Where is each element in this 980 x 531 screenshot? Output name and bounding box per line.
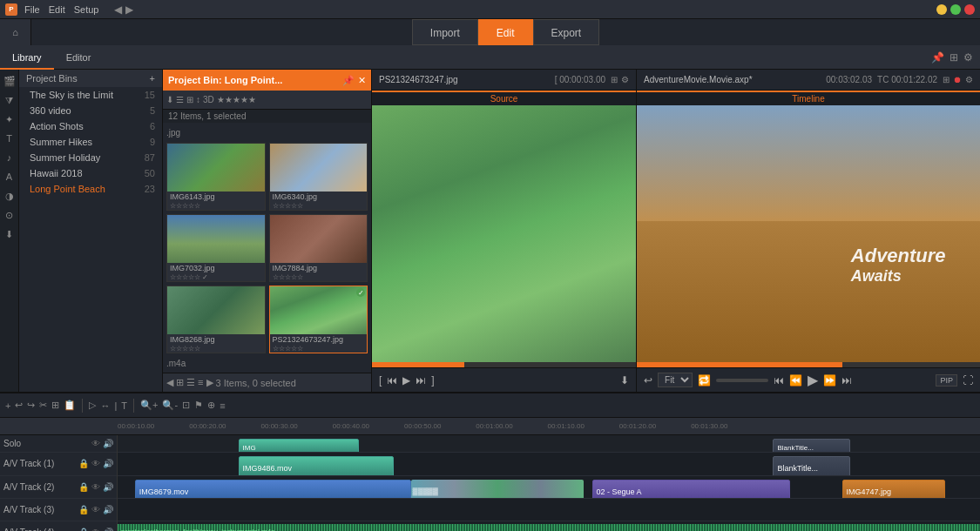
track-vol-icon[interactable]: 🔊 [103,528,113,531]
tl-snap-icon[interactable]: ⊕ [207,400,215,411]
view-grid-icon[interactable]: ⊞ [186,95,193,104]
titles-icon[interactable]: T [2,131,17,146]
bin-close-icon[interactable]: ✕ [358,75,366,86]
minimize-btn[interactable] [936,4,947,15]
tl-markers-icon[interactable]: ⚑ [194,400,203,411]
play-btn[interactable]: ▶ [808,372,818,388]
track-eye-icon[interactable]: 👁 [91,528,100,531]
bin-item[interactable]: Summer Holiday 87 [19,150,162,165]
import-media-icon[interactable]: ⬇ [166,95,173,104]
track-vol-icon[interactable]: 🔊 [103,459,113,468]
media-icon[interactable]: 🎬 [2,73,17,89]
import-tab[interactable]: Import [412,19,478,45]
tl-cut-icon[interactable]: ✂ [39,400,47,411]
library-tab[interactable]: Library [0,45,54,70]
color-icon[interactable]: ◑ [2,188,17,204]
source-in-btn[interactable]: [ [379,374,382,386]
timeline-record-icon[interactable]: ⏺ [953,75,962,84]
bin-thumb-item-selected[interactable]: ✓ PS21324673247.jpg ☆☆☆☆☆ [269,286,368,353]
tl-paste-icon[interactable]: 📋 [64,400,76,411]
audio-icon[interactable]: ♪ [2,150,17,165]
source-play-btn[interactable]: ▶ [402,374,410,386]
rating-icon[interactable]: ★★★★★ [217,95,256,104]
sort-icon[interactable]: ↕ [196,95,200,104]
bin-thumb-item[interactable]: IMG8268.jpg ☆☆☆☆☆ [166,286,266,353]
track-clip-img[interactable]: IMG4747.jpg [842,480,946,499]
back-btn[interactable]: ◀ [114,3,122,16]
tl-copy-icon[interactable]: ⊞ [51,400,59,411]
track-vol-icon[interactable]: 🔊 [103,505,113,514]
track-clip[interactable]: BlankTitle... [773,439,850,453]
grid-icon[interactable]: ⊞ [950,51,958,64]
export-tab[interactable]: Export [533,19,600,45]
track-vol-icon[interactable]: 🔊 [103,439,113,448]
bin-item[interactable]: Hawaii 2018 50 [19,165,162,181]
track-clip[interactable]: IMG9486.mov [239,456,394,475]
source-settings-icon[interactable]: ⚙ [621,75,629,84]
next-page-icon[interactable]: ▶ [206,377,213,388]
track-lock-icon[interactable]: 🔒 [78,505,89,514]
maximize-btn[interactable] [950,4,961,15]
bin-thumb-item[interactable]: IMG7884.jpg ☆☆☆☆☆ [269,214,368,282]
next-frame-btn[interactable]: ⏭ [841,374,852,386]
source-out-btn[interactable]: ] [431,374,434,386]
timeline-settings-icon[interactable]: ⚙ [965,75,973,84]
tl-fit-icon[interactable]: ⊡ [182,400,190,411]
track-vol-icon[interactable]: 🔊 [103,482,113,492]
text-icon[interactable]: A [2,169,17,185]
3d-icon[interactable]: 3D [203,95,214,104]
prev-frame-btn[interactable]: ⏮ [774,374,784,386]
bin-thumb-item[interactable]: IMG6143.jpg ☆☆☆☆☆ [166,143,266,211]
back-btn[interactable]: ⏪ [789,374,802,386]
edit-tab[interactable]: Edit [478,19,533,45]
view-icons[interactable]: ⊞ ☰ ≡ [176,377,204,388]
tl-more-icon[interactable]: ≡ [220,400,225,411]
track-clip[interactable]: IMG8679.mov [135,480,411,499]
tl-redo-icon[interactable]: ↪ [27,400,35,411]
loop-btn[interactable]: 🔁 [698,374,711,386]
source-expand-icon[interactable]: ⊞ [611,75,618,84]
tl-trim-icon[interactable]: ↔ [100,400,110,411]
source-next-btn[interactable]: ⏭ [416,374,426,386]
prev-page-icon[interactable]: ◀ [166,377,173,388]
editor-tab[interactable]: Editor [54,45,104,70]
settings-icon[interactable]: ⚙ [963,51,973,64]
setup-menu[interactable]: Setup [74,4,99,15]
source-scrubber[interactable] [372,362,636,367]
tl-add-track-icon[interactable]: + [5,400,10,411]
close-btn[interactable] [964,4,975,15]
bin-item-active[interactable]: Long Point Beach 23 [19,181,162,197]
disc-icon[interactable]: ⊙ [2,207,17,223]
home-button[interactable]: ⌂ [0,19,31,45]
bin-pin-icon[interactable]: 📌 [342,75,355,86]
edit-menu[interactable]: Edit [49,4,65,15]
tl-text-icon[interactable]: T [121,400,127,411]
track-lock-icon[interactable]: 🔒 [78,528,89,531]
tl-undo-icon[interactable]: ↩ [15,400,23,411]
add-bin-icon[interactable]: + [150,73,155,84]
track-lock-icon[interactable]: 🔒 [78,482,89,492]
tl-zoom-in-icon[interactable]: 🔍+ [140,400,158,411]
bin-item[interactable]: Summer Hikes 9 [19,134,162,150]
bin-thumb-item[interactable]: IMG6340.jpg ☆☆☆☆☆ [269,143,368,211]
track-eye-icon[interactable]: 👁 [91,439,100,448]
track-eye-icon[interactable]: 👁 [91,482,100,492]
track-eye-icon[interactable]: 👁 [91,459,100,468]
track-clip-segue[interactable]: 02 - Segue A [592,480,791,499]
undo-btn[interactable]: ↩ [644,374,652,386]
source-insert-btn[interactable]: ⬇ [620,374,629,386]
bin-thumb-item[interactable]: IMG7032.jpg ☆☆☆☆☆ ✓ [166,214,266,282]
timeline-scrubber[interactable] [637,362,980,367]
track-eye-icon[interactable]: 👁 [91,505,100,514]
source-prev-btn[interactable]: ⏮ [387,374,397,386]
file-menu[interactable]: File [24,4,40,15]
fit-select[interactable]: Fit [658,373,693,387]
forward-btn[interactable]: ▶ [125,3,133,16]
track-clip-blank[interactable]: BlankTitle... [773,456,850,475]
transitions-icon[interactable]: ⧩ [2,92,17,108]
volume-slider[interactable] [716,379,768,382]
capture-icon[interactable]: ⬇ [2,226,17,242]
track-lock-icon[interactable]: 🔒 [78,459,89,468]
effects-icon[interactable]: ✦ [2,111,17,127]
track-clip[interactable]: IMG [239,439,360,453]
